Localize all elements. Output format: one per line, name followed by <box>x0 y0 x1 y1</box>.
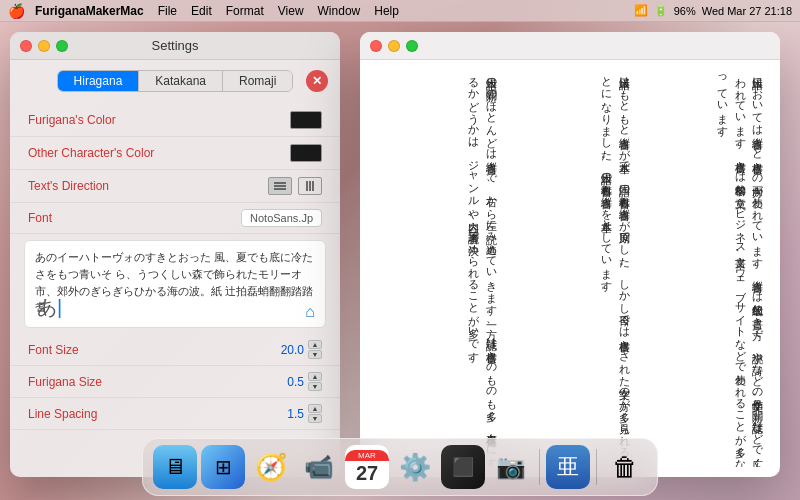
other-color-label: Other Character's Color <box>28 146 290 160</box>
settings-window: Settings Hiragana Katakana Romaji ✕ Furi… <box>10 32 340 477</box>
direction-icons <box>268 177 322 195</box>
furigana-color-label: Furigana's Color <box>28 113 290 127</box>
furigana-size-control: 0.5 ▲ ▼ <box>272 372 322 391</box>
tab-group: Hiragana Katakana Romaji <box>57 70 294 92</box>
japanese-close-button[interactable] <box>370 40 382 52</box>
tab-katakana[interactable]: Katakana <box>139 71 223 91</box>
font-value[interactable]: NotoSans.Jp <box>241 209 322 227</box>
menu-items: FuriganaMakerMac File Edit Format View W… <box>35 4 634 18</box>
wifi-icon: 📶 <box>634 4 648 17</box>
menu-file[interactable]: File <box>158 4 177 18</box>
line-spacing-row: Line Spacing 1.5 ▲ ▼ <box>10 398 340 430</box>
settings-title: Settings <box>152 38 199 53</box>
dock-safari[interactable]: 🧭 <box>249 445 293 489</box>
zoom-button[interactable] <box>56 40 68 52</box>
font-row: Font NotoSans.Jp <box>10 203 340 234</box>
line-spacing-control: 1.5 ▲ ▼ <box>272 404 322 423</box>
dock-separator <box>539 449 540 485</box>
close-button[interactable] <box>20 40 32 52</box>
battery-icon: 🔋 <box>654 4 668 17</box>
furigana-color-swatch[interactable] <box>290 111 322 129</box>
line-spacing-value: 1.5 <box>272 407 304 421</box>
furigana-color-row: Furigana's Color <box>10 104 340 137</box>
dock-facetime[interactable]: 📹 <box>297 445 341 489</box>
dock-kanji[interactable]: 亜 <box>546 445 590 489</box>
font-label: Font <box>28 211 241 225</box>
menu-bar-right: 📶 🔋 96% Wed Mar 27 21:18 <box>634 4 792 17</box>
menu-view[interactable]: View <box>278 4 304 18</box>
font-size-row: Font Size 20.0 ▲ ▼ <box>10 334 340 366</box>
furigana-size-label: Furigana Size <box>28 375 272 389</box>
preview-box: あのイーハトーヴォのすきとおった 風、夏でも底に冷たさをもつ青いそ ら、うつくし… <box>24 240 326 328</box>
direction-horizontal-icon[interactable] <box>268 177 292 195</box>
tab-hiragana[interactable]: Hiragana <box>58 71 140 91</box>
menu-edit[interactable]: Edit <box>191 4 212 18</box>
japanese-minimize-button[interactable] <box>388 40 400 52</box>
apple-menu[interactable]: 🍎 <box>8 3 25 19</box>
other-color-row: Other Character's Color <box>10 137 340 170</box>
dock-systemprefs[interactable]: ⚙️ <box>393 445 437 489</box>
japanese-text-col2: 日本語はもともと縦書きが基本で、国語の教科書も縦書きが原則でした。しかし今日では… <box>507 70 632 467</box>
furigana-size-decrement[interactable]: ▼ <box>308 382 322 391</box>
font-size-label: Font Size <box>28 343 272 357</box>
line-spacing-decrement[interactable]: ▼ <box>308 414 322 423</box>
dock-trash[interactable]: 🗑 <box>603 445 647 489</box>
font-size-stepper: ▲ ▼ <box>308 340 322 359</box>
preview-hiragana: あ| <box>37 294 62 321</box>
japanese-traffic-lights <box>370 40 418 52</box>
japanese-window: 日本語の新聞のほとんどは縦書きで、右から左に読み進めていきます。一方、雑誌は横書… <box>360 32 780 477</box>
dismiss-button[interactable]: ✕ <box>306 70 328 92</box>
direction-vertical-icon[interactable] <box>298 177 322 195</box>
settings-content: Hiragana Katakana Romaji ✕ Furigana's Co… <box>10 60 340 434</box>
dock: 🖥 ⊞ 🧭 📹 MAR 27 ⚙️ ⬛ 📷 亜 🗑 <box>142 438 658 496</box>
text-direction-label: Text's Direction <box>28 179 268 193</box>
dock-separator2 <box>596 449 597 485</box>
menu-bar: 🍎 FuriganaMakerMac File Edit Format View… <box>0 0 800 22</box>
dock-calendar[interactable]: MAR 27 <box>345 445 389 489</box>
dock-launchpad[interactable]: ⊞ <box>201 445 245 489</box>
dock-photos[interactable]: 📷 <box>489 445 533 489</box>
line-spacing-increment[interactable]: ▲ <box>308 404 322 413</box>
battery-percent: 96% <box>674 5 696 17</box>
traffic-lights <box>20 40 68 52</box>
furigana-size-row: Furigana Size 0.5 ▲ ▼ <box>10 366 340 398</box>
line-spacing-label: Line Spacing <box>28 407 272 421</box>
minimize-button[interactable] <box>38 40 50 52</box>
app-name[interactable]: FuriganaMakerMac <box>35 4 144 18</box>
text-direction-row: Text's Direction <box>10 170 340 203</box>
tabs-row: Hiragana Katakana Romaji <box>10 60 340 100</box>
preview-text: あのイーハトーヴォのすきとおった 風、夏でも底に冷たさをもつ青いそ ら、うつくし… <box>35 249 315 316</box>
settings-rows: Furigana's Color Other Character's Color… <box>10 100 340 434</box>
furigana-size-value: 0.5 <box>272 375 304 389</box>
other-color-swatch[interactable] <box>290 144 322 162</box>
line-spacing-stepper: ▲ ▼ <box>308 404 322 423</box>
cursor-icon: | <box>57 296 62 318</box>
japanese-text-col3: 日本語においては縦書きと横書きの両方が使われています。縦書きは伝統的な書き方で、… <box>641 70 766 467</box>
menu-format[interactable]: Format <box>226 4 264 18</box>
tab-romaji[interactable]: Romaji <box>223 71 292 91</box>
font-size-control: 20.0 ▲ ▼ <box>272 340 322 359</box>
settings-titlebar: Settings <box>10 32 340 60</box>
menu-window[interactable]: Window <box>318 4 361 18</box>
font-size-increment[interactable]: ▲ <box>308 340 322 349</box>
clock: Wed Mar 27 21:18 <box>702 5 792 17</box>
japanese-text-col1: 日本語の新聞のほとんどは縦書きで、右から左に読み進めていきます。一方、雑誌は横書… <box>374 70 499 467</box>
font-size-value: 20.0 <box>272 343 304 357</box>
dock-app1[interactable]: ⬛ <box>441 445 485 489</box>
font-size-decrement[interactable]: ▼ <box>308 350 322 359</box>
furigana-size-increment[interactable]: ▲ <box>308 372 322 381</box>
folder-icon[interactable]: ⌂ <box>305 303 315 321</box>
furigana-size-stepper: ▲ ▼ <box>308 372 322 391</box>
dock-finder[interactable]: 🖥 <box>153 445 197 489</box>
japanese-content: 日本語の新聞のほとんどは縦書きで、右から左に読み進めていきます。一方、雑誌は横書… <box>360 60 780 477</box>
japanese-zoom-button[interactable] <box>406 40 418 52</box>
menu-help[interactable]: Help <box>374 4 399 18</box>
japanese-titlebar <box>360 32 780 60</box>
